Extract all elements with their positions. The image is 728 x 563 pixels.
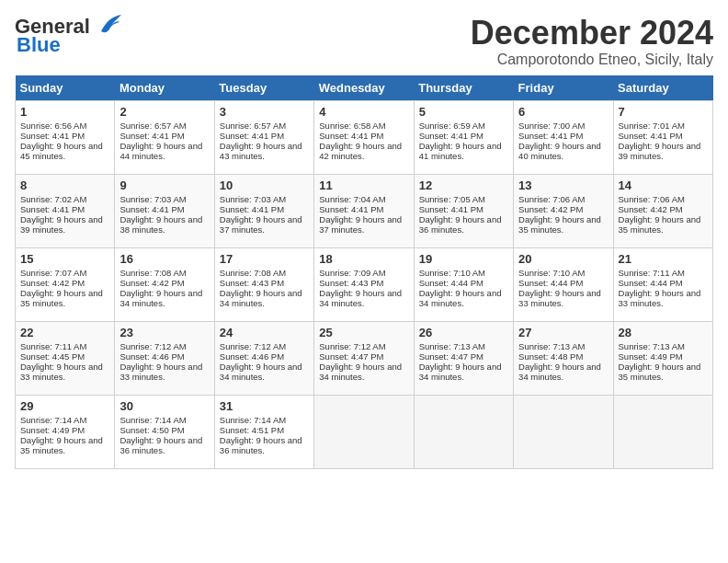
- day-number: 3: [220, 105, 309, 119]
- sunrise: Sunrise: 7:10 AM: [419, 268, 485, 278]
- sunset: Sunset: 4:41 PM: [119, 204, 184, 214]
- sunrise: Sunrise: 7:11 AM: [619, 268, 685, 278]
- calendar-cell: 19Sunrise: 7:10 AMSunset: 4:44 PMDayligh…: [414, 247, 513, 321]
- sunset: Sunset: 4:49 PM: [619, 351, 683, 362]
- header-tuesday: Tuesday: [214, 75, 313, 101]
- logo-text-blue: Blue: [17, 33, 61, 57]
- day-number: 24: [220, 326, 309, 339]
- day-number: 12: [419, 178, 508, 192]
- header-sunday: Sunday: [16, 75, 115, 101]
- sunrise: Sunrise: 7:04 AM: [319, 194, 385, 204]
- sunrise: Sunrise: 7:08 AM: [119, 268, 186, 278]
- sunset: Sunset: 4:41 PM: [20, 131, 85, 141]
- sunrise: Sunrise: 6:59 AM: [419, 121, 485, 131]
- location: Camporotondo Etneo, Sicily, Italy: [471, 52, 713, 68]
- calendar-cell: 23Sunrise: 7:12 AMSunset: 4:46 PMDayligh…: [115, 321, 214, 395]
- daylight: Daylight: 9 hours and 34 minutes.: [319, 362, 402, 382]
- sunset: Sunset: 4:41 PM: [518, 131, 583, 141]
- day-number: 16: [119, 252, 209, 266]
- daylight: Daylight: 9 hours and 35 minutes.: [619, 214, 701, 235]
- daylight: Daylight: 9 hours and 34 minutes.: [220, 288, 302, 308]
- sunset: Sunset: 4:42 PM: [518, 204, 583, 214]
- calendar-cell: 4Sunrise: 6:58 AMSunset: 4:41 PMDaylight…: [314, 100, 414, 174]
- sunset: Sunset: 4:42 PM: [119, 278, 184, 288]
- sunset: Sunset: 4:41 PM: [119, 131, 184, 141]
- daylight: Daylight: 9 hours and 34 minutes.: [518, 362, 601, 382]
- calendar-cell: 15Sunrise: 7:07 AMSunset: 4:42 PMDayligh…: [16, 247, 115, 321]
- calendar-cell: 8Sunrise: 7:02 AMSunset: 4:41 PMDaylight…: [16, 174, 115, 247]
- sunrise: Sunrise: 7:08 AM: [220, 268, 286, 278]
- day-number: 27: [518, 326, 608, 339]
- sunrise: Sunrise: 7:09 AM: [319, 268, 385, 278]
- daylight: Daylight: 9 hours and 36 minutes.: [419, 214, 502, 235]
- sunrise: Sunrise: 7:14 AM: [119, 415, 186, 425]
- calendar-cell: [514, 395, 613, 468]
- day-number: 8: [20, 178, 109, 192]
- sunrise: Sunrise: 7:07 AM: [20, 268, 86, 278]
- sunrise: Sunrise: 7:12 AM: [319, 341, 385, 351]
- daylight: Daylight: 9 hours and 34 minutes.: [419, 288, 502, 308]
- day-number: 14: [619, 178, 708, 192]
- sunrise: Sunrise: 7:03 AM: [119, 194, 186, 204]
- week-row-5: 29Sunrise: 7:14 AMSunset: 4:49 PMDayligh…: [16, 395, 713, 468]
- sunset: Sunset: 4:43 PM: [319, 278, 383, 288]
- calendar-cell: 5Sunrise: 6:59 AMSunset: 4:41 PMDaylight…: [414, 100, 513, 174]
- sunset: Sunset: 4:46 PM: [220, 351, 284, 362]
- day-number: 22: [20, 326, 109, 339]
- sunset: Sunset: 4:42 PM: [20, 278, 85, 288]
- week-row-1: 1Sunrise: 6:56 AMSunset: 4:41 PMDaylight…: [16, 100, 713, 174]
- daylight: Daylight: 9 hours and 33 minutes.: [518, 288, 601, 308]
- header-thursday: Thursday: [414, 75, 513, 101]
- day-number: 1: [20, 105, 109, 119]
- day-number: 5: [419, 105, 508, 119]
- sunset: Sunset: 4:41 PM: [220, 204, 284, 214]
- daylight: Daylight: 9 hours and 34 minutes.: [319, 288, 402, 308]
- day-number: 11: [319, 178, 408, 192]
- daylight: Daylight: 9 hours and 40 minutes.: [518, 141, 601, 161]
- day-number: 2: [119, 105, 209, 119]
- sunrise: Sunrise: 7:13 AM: [419, 341, 485, 351]
- sunrise: Sunrise: 7:06 AM: [518, 194, 585, 204]
- day-number: 19: [419, 252, 508, 266]
- sunset: Sunset: 4:47 PM: [419, 351, 483, 362]
- daylight: Daylight: 9 hours and 42 minutes.: [319, 141, 402, 161]
- calendar-cell: 1Sunrise: 6:56 AMSunset: 4:41 PMDaylight…: [16, 100, 115, 174]
- sunrise: Sunrise: 7:00 AM: [518, 121, 585, 131]
- sunrise: Sunrise: 7:13 AM: [619, 341, 685, 351]
- calendar-cell: [314, 395, 414, 468]
- sunset: Sunset: 4:41 PM: [619, 131, 683, 141]
- calendar-cell: 26Sunrise: 7:13 AMSunset: 4:47 PMDayligh…: [414, 321, 513, 395]
- sunset: Sunset: 4:41 PM: [319, 204, 383, 214]
- daylight: Daylight: 9 hours and 36 minutes.: [220, 435, 302, 455]
- week-row-4: 22Sunrise: 7:11 AMSunset: 4:45 PMDayligh…: [16, 321, 713, 395]
- sunset: Sunset: 4:41 PM: [20, 204, 85, 214]
- day-number: 10: [220, 178, 309, 192]
- header-saturday: Saturday: [613, 75, 712, 101]
- week-row-2: 8Sunrise: 7:02 AMSunset: 4:41 PMDaylight…: [16, 174, 713, 247]
- title-block: December 2024 Camporotondo Etneo, Sicily…: [471, 15, 713, 68]
- daylight: Daylight: 9 hours and 34 minutes.: [220, 362, 302, 382]
- sunset: Sunset: 4:45 PM: [20, 351, 85, 362]
- sunrise: Sunrise: 6:56 AM: [20, 121, 86, 131]
- daylight: Daylight: 9 hours and 44 minutes.: [119, 141, 202, 161]
- day-number: 31: [220, 399, 309, 413]
- sunset: Sunset: 4:42 PM: [619, 204, 683, 214]
- daylight: Daylight: 9 hours and 37 minutes.: [220, 214, 302, 235]
- calendar-cell: 6Sunrise: 7:00 AMSunset: 4:41 PMDaylight…: [514, 100, 613, 174]
- sunrise: Sunrise: 7:13 AM: [518, 341, 585, 351]
- daylight: Daylight: 9 hours and 35 minutes.: [619, 362, 701, 382]
- sunrise: Sunrise: 6:58 AM: [319, 121, 385, 131]
- sunset: Sunset: 4:41 PM: [419, 131, 483, 141]
- calendar-cell: 30Sunrise: 7:14 AMSunset: 4:50 PMDayligh…: [115, 395, 214, 468]
- calendar-body: 1Sunrise: 6:56 AMSunset: 4:41 PMDaylight…: [16, 100, 713, 468]
- sunset: Sunset: 4:46 PM: [119, 351, 184, 362]
- daylight: Daylight: 9 hours and 45 minutes.: [20, 141, 103, 161]
- calendar-cell: 16Sunrise: 7:08 AMSunset: 4:42 PMDayligh…: [115, 247, 214, 321]
- sunset: Sunset: 4:49 PM: [20, 425, 85, 435]
- day-number: 25: [319, 326, 408, 339]
- calendar-cell: 10Sunrise: 7:03 AMSunset: 4:41 PMDayligh…: [214, 174, 313, 247]
- daylight: Daylight: 9 hours and 41 minutes.: [419, 141, 502, 161]
- sunset: Sunset: 4:44 PM: [419, 278, 483, 288]
- day-number: 30: [119, 399, 209, 413]
- sunrise: Sunrise: 7:03 AM: [220, 194, 286, 204]
